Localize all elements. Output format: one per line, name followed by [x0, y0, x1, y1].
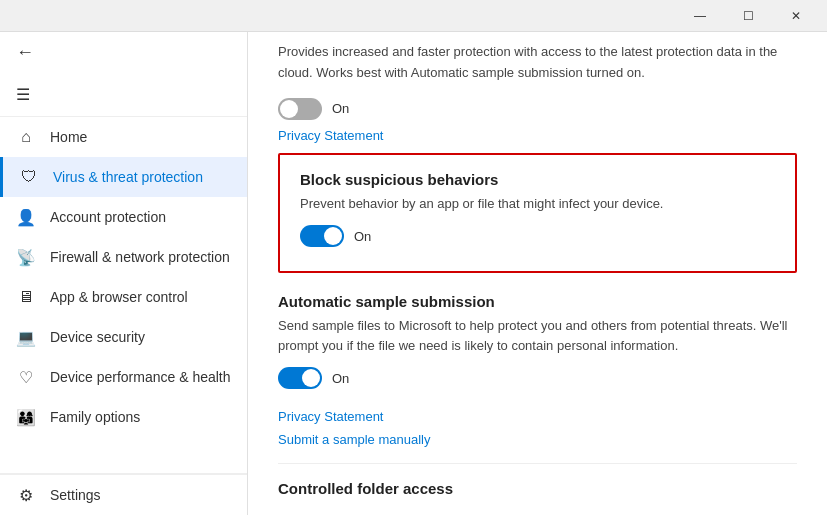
settings-label: Settings: [50, 487, 101, 503]
block-toggle-row: On: [300, 225, 775, 247]
auto-sample-toggle-label: On: [332, 371, 349, 386]
sidebar-item-family-label: Family options: [50, 409, 140, 425]
sidebar-item-device-security-label: Device security: [50, 329, 145, 345]
device-security-icon: 💻: [16, 327, 36, 347]
block-suspicious-desc: Prevent behavior by an app or file that …: [300, 194, 775, 214]
sidebar-item-family[interactable]: 👨‍👩‍👧 Family options: [0, 397, 247, 437]
sidebar-item-virus-label: Virus & threat protection: [53, 169, 203, 185]
sidebar-item-device-health-label: Device performance & health: [50, 369, 231, 385]
cloud-toggle-thumb: [280, 100, 298, 118]
submit-sample-link[interactable]: Submit a sample manually: [278, 432, 797, 447]
sidebar-item-browser-label: App & browser control: [50, 289, 188, 305]
sidebar-bottom: ⚙ Settings: [0, 473, 247, 515]
intro-text: Provides increased and faster protection…: [278, 32, 797, 84]
title-bar: — ☐ ✕: [0, 0, 827, 32]
block-toggle[interactable]: [300, 225, 344, 247]
back-button[interactable]: ←: [0, 32, 247, 73]
sidebar-item-device-security[interactable]: 💻 Device security: [0, 317, 247, 357]
close-button[interactable]: ✕: [773, 0, 819, 32]
sidebar: ← ☰ ⌂ Home 🛡 Virus & threat protection 👤…: [0, 32, 248, 515]
sidebar-item-device-health[interactable]: ♡ Device performance & health: [0, 357, 247, 397]
cloud-toggle[interactable]: [278, 98, 322, 120]
cloud-toggle-label: On: [332, 101, 349, 116]
settings-item[interactable]: ⚙ Settings: [0, 474, 247, 515]
block-suspicious-box: Block suspicious behaviors Prevent behav…: [278, 153, 797, 274]
account-icon: 👤: [16, 207, 36, 227]
app-container: ← ☰ ⌂ Home 🛡 Virus & threat protection 👤…: [0, 32, 827, 515]
sidebar-item-home-label: Home: [50, 129, 87, 145]
sidebar-item-account-label: Account protection: [50, 209, 166, 225]
sidebar-header: ☰: [0, 73, 247, 117]
sidebar-item-firewall[interactable]: 📡 Firewall & network protection: [0, 237, 247, 277]
family-icon: 👨‍👩‍👧: [16, 407, 36, 427]
auto-sample-desc: Send sample files to Microsoft to help p…: [278, 316, 797, 355]
auto-sample-toggle-row: On: [278, 367, 797, 389]
auto-sample-toggle-thumb: [302, 369, 320, 387]
sidebar-item-home[interactable]: ⌂ Home: [0, 117, 247, 157]
settings-icon: ⚙: [16, 485, 36, 505]
auto-sample-toggle[interactable]: [278, 367, 322, 389]
back-icon: ←: [16, 42, 34, 63]
auto-sample-title: Automatic sample submission: [278, 293, 797, 310]
maximize-button[interactable]: ☐: [725, 0, 771, 32]
sidebar-item-browser[interactable]: 🖥 App & browser control: [0, 277, 247, 317]
block-toggle-thumb: [324, 227, 342, 245]
privacy-statement-link-1[interactable]: Privacy Statement: [278, 128, 797, 143]
hamburger-icon[interactable]: ☰: [16, 85, 30, 104]
controlled-folder-title: Controlled folder access: [278, 480, 797, 497]
auto-sample-section: Automatic sample submission Send sample …: [278, 293, 797, 389]
virus-icon: 🛡: [19, 167, 39, 187]
sidebar-item-firewall-label: Firewall & network protection: [50, 249, 230, 265]
sidebar-item-account[interactable]: 👤 Account protection: [0, 197, 247, 237]
browser-icon: 🖥: [16, 287, 36, 307]
main-content: Provides increased and faster protection…: [248, 32, 827, 515]
firewall-icon: 📡: [16, 247, 36, 267]
minimize-button[interactable]: —: [677, 0, 723, 32]
sidebar-item-virus[interactable]: 🛡 Virus & threat protection: [0, 157, 247, 197]
block-toggle-label: On: [354, 229, 371, 244]
cloud-toggle-row: On: [278, 98, 797, 120]
device-health-icon: ♡: [16, 367, 36, 387]
home-icon: ⌂: [16, 127, 36, 147]
window-controls: — ☐ ✕: [677, 0, 819, 32]
privacy-statement-link-2[interactable]: Privacy Statement: [278, 409, 797, 424]
block-suspicious-title: Block suspicious behaviors: [300, 171, 775, 188]
section-divider: [278, 463, 797, 464]
